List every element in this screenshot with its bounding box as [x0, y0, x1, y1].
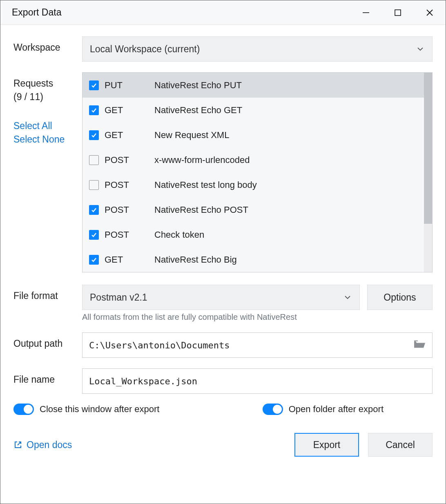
check-icon: [91, 232, 97, 238]
list-item[interactable]: PUTNativeRest Echo PUT: [83, 73, 424, 98]
checkbox[interactable]: [89, 130, 99, 140]
list-item[interactable]: POSTNativeRest Echo POST: [83, 197, 424, 222]
minimize-button[interactable]: [350, 0, 382, 25]
request-name: New Request XML: [154, 130, 229, 140]
close-after-toggle[interactable]: [13, 404, 34, 415]
workspace-dropdown[interactable]: Local Workspace (current): [82, 36, 433, 62]
window-controls: [350, 0, 446, 25]
cancel-button[interactable]: Cancel: [368, 433, 433, 457]
output-path-value: C:\Users\antonio\Documents: [89, 340, 230, 350]
list-item[interactable]: POSTNativeRest test long body: [83, 172, 424, 197]
file-name-value: Local_Workspace.json: [89, 376, 197, 386]
request-name: NativeRest Echo Big: [154, 254, 237, 265]
list-item[interactable]: GETNativeRest Echo GET: [83, 98, 424, 123]
format-label: File format: [13, 285, 82, 301]
request-method: POST: [105, 205, 154, 215]
checkbox[interactable]: [89, 230, 99, 240]
open-docs-link[interactable]: Open docs: [13, 439, 72, 450]
file-name-input[interactable]: Local_Workspace.json: [82, 368, 433, 394]
request-name: NativeRest Echo POST: [154, 205, 248, 215]
output-path-row: Output path C:\Users\antonio\Documents: [13, 332, 433, 358]
options-button[interactable]: Options: [367, 285, 433, 310]
request-method: GET: [105, 130, 154, 140]
request-name: NativeRest test long body: [154, 180, 257, 190]
toggles-row: Close this window after export Open fold…: [13, 404, 433, 415]
check-icon: [91, 107, 97, 114]
request-name: NativeRest Echo GET: [154, 105, 242, 116]
checkbox[interactable]: [89, 80, 99, 90]
output-path-input[interactable]: C:\Users\antonio\Documents: [82, 332, 433, 358]
request-method: GET: [105, 254, 154, 265]
format-value: Postman v2.1: [90, 292, 147, 303]
svg-rect-1: [395, 10, 401, 16]
requests-listbox[interactable]: PUTNativeRest Echo PUTGETNativeRest Echo…: [82, 72, 433, 272]
export-button[interactable]: Export: [294, 433, 359, 457]
chevron-down-icon: [343, 293, 352, 302]
format-hint-row: All formats from the list are fully comp…: [13, 312, 433, 322]
checkbox[interactable]: [89, 155, 99, 165]
maximize-icon: [394, 9, 401, 16]
format-dropdown[interactable]: Postman v2.1: [82, 285, 360, 310]
maximize-button[interactable]: [382, 0, 414, 25]
check-icon: [91, 82, 97, 89]
checkbox[interactable]: [89, 180, 99, 190]
list-item[interactable]: GETNativeRest Echo Big: [83, 247, 424, 272]
titlebar: Export Data: [0, 0, 446, 25]
list-item[interactable]: POSTx-www-form-urlencoded: [83, 147, 424, 172]
check-icon: [91, 207, 97, 213]
checkbox[interactable]: [89, 255, 99, 265]
request-method: GET: [105, 105, 154, 116]
scrollbar-thumb[interactable]: [424, 73, 432, 224]
output-path-label: Output path: [13, 332, 82, 349]
select-all-link[interactable]: Select All: [13, 120, 82, 132]
request-method: POST: [105, 230, 154, 240]
open-docs-label: Open docs: [27, 439, 72, 450]
request-method: PUT: [105, 80, 154, 91]
requests-row: Requests (9 / 11) Select All Select None…: [13, 72, 433, 272]
close-after-label: Close this window after export: [40, 404, 159, 415]
open-folder-label: Open folder after export: [289, 404, 384, 415]
minimize-icon: [362, 9, 370, 17]
format-hint: All formats from the list are fully comp…: [82, 312, 433, 322]
workspace-label: Workspace: [13, 36, 82, 53]
request-method: POST: [105, 155, 154, 165]
open-folder-toggle-wrap: Open folder after export: [263, 404, 384, 415]
request-name: x-www-form-urlencoded: [154, 155, 250, 165]
request-method: POST: [105, 180, 154, 190]
cancel-label: Cancel: [386, 439, 415, 450]
check-icon: [91, 256, 97, 263]
select-none-link[interactable]: Select None: [13, 134, 82, 145]
list-item[interactable]: GETNew Request XML: [83, 123, 424, 147]
browse-folder-button[interactable]: [413, 339, 426, 352]
folder-open-icon: [413, 339, 426, 350]
svg-line-4: [18, 442, 21, 445]
check-icon: [91, 132, 97, 138]
options-label: Options: [384, 292, 416, 303]
file-name-row: File name Local_Workspace.json: [13, 368, 433, 394]
chevron-down-icon: [416, 45, 425, 54]
export-dialog: Export Data Workspace Local Workspace (c…: [0, 0, 446, 504]
window-title: Export Data: [12, 7, 350, 18]
requests-counts: (9 / 11): [13, 91, 82, 103]
footer: Open docs Export Cancel: [13, 433, 433, 457]
export-label: Export: [313, 439, 340, 450]
workspace-value: Local Workspace (current): [90, 44, 200, 55]
open-folder-toggle[interactable]: [263, 404, 283, 415]
file-name-label: File name: [13, 368, 82, 385]
checkbox[interactable]: [89, 105, 99, 115]
request-name: NativeRest Echo PUT: [154, 80, 242, 91]
requests-label-col: Requests (9 / 11) Select All Select None: [13, 72, 82, 272]
request-name: Check token: [154, 230, 204, 240]
format-row: File format Postman v2.1 Options: [13, 285, 433, 310]
close-button[interactable]: [414, 0, 446, 25]
workspace-row: Workspace Local Workspace (current): [13, 36, 433, 62]
checkbox[interactable]: [89, 205, 99, 215]
requests-label: Requests: [13, 78, 82, 89]
list-item[interactable]: POSTCheck token: [83, 222, 424, 247]
external-link-icon: [13, 440, 22, 449]
content: Workspace Local Workspace (current) Requ…: [0, 25, 446, 504]
close-icon: [426, 9, 434, 17]
close-after-toggle-wrap: Close this window after export: [13, 404, 159, 415]
